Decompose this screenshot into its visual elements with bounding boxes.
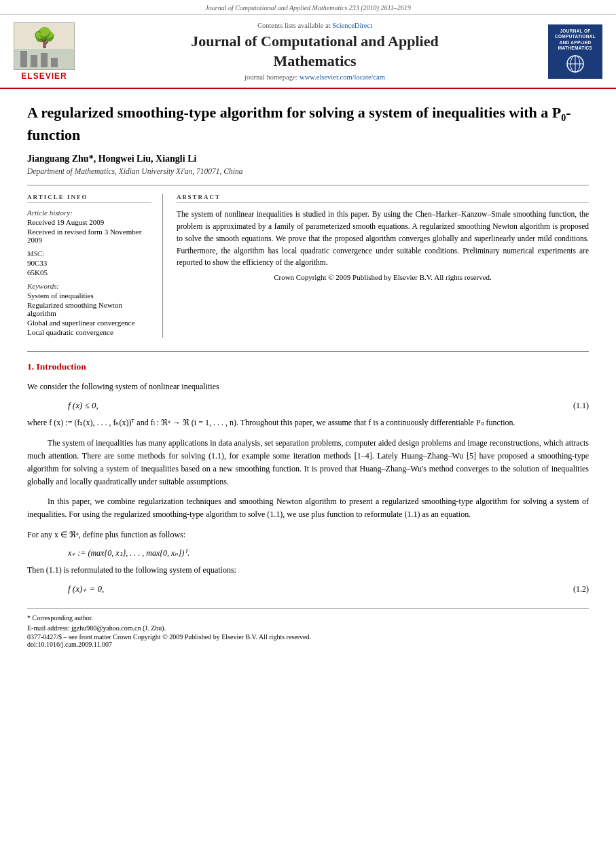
article-info-abstract-section: Article Info Article history: Received 1… <box>27 185 589 338</box>
issn-line: 0377-0427/$ – see front matter Crown Cop… <box>27 633 589 641</box>
eq2-content: f (x)₊ = 0, <box>68 584 104 594</box>
journal-logo-right: JOURNAL OFCOMPUTATIONALAND APPLIEDMATHEM… <box>548 24 602 79</box>
abstract-text: The system of nonlinear inequalities is … <box>177 209 589 269</box>
intro-heading: 1. Introduction <box>27 361 589 372</box>
received-revised-date: Received in revised form 3 November 2009 <box>27 228 151 244</box>
journal-homepage-line: journal homepage: www.elsevier.com/locat… <box>88 73 541 81</box>
then-text: Then (1.1) is reformulated to the follow… <box>27 564 589 577</box>
article-content: A regularized smoothing-type algorithm f… <box>0 89 616 662</box>
msc1: 90C33 <box>27 259 151 267</box>
eq2-number: (1.2) <box>573 584 589 594</box>
keyword-2: Regularized smoothing Newton algorithm <box>27 301 151 317</box>
email-address: jgzhu980@yahoo.com.cn <box>71 624 141 632</box>
elsevier-logo-image: 🌳 <box>14 22 75 70</box>
journal-citation-text: Journal of Computational and Applied Mat… <box>205 4 410 12</box>
authors: Jianguang Zhu*, Hongwei Liu, Xiangli Li <box>27 154 589 164</box>
journal-header: 🌳 ELSEVIER Contents lists available at S… <box>0 15 616 89</box>
abstract-heading: Abstract <box>177 194 589 203</box>
msc-label: MSC: <box>27 249 151 257</box>
article-info-column: Article Info Article history: Received 1… <box>27 194 163 338</box>
article-info-heading: Article Info <box>27 194 151 203</box>
svg-rect-0 <box>20 51 27 67</box>
keyword-1: System of inequalities <box>27 291 151 300</box>
abstract-column: Abstract The system of nonlinear inequal… <box>177 194 589 338</box>
page-wrapper: Journal of Computational and Applied Mat… <box>0 0 616 841</box>
introduction-section: 1. Introduction We consider the followin… <box>27 351 589 594</box>
logo-right-title: JOURNAL OFCOMPUTATIONALAND APPLIEDMATHEM… <box>555 29 596 52</box>
elsevier-brand: ELSEVIER <box>21 71 67 81</box>
footnote-area: * Corresponding author. E-mail address: … <box>27 608 589 648</box>
keyword-4: Local quadratic convergence <box>27 328 151 336</box>
msc2: 65K05 <box>27 268 151 276</box>
intro-para2: The system of inequalities has many appl… <box>27 437 589 489</box>
sciencedirect-link[interactable]: ScienceDirect <box>332 22 372 29</box>
eq1-content: f (x) ≤ 0, <box>68 400 98 411</box>
eq-definition: x₊ := (max{0, x₁}, . . . , max{0, xₙ})ᵀ. <box>68 548 589 558</box>
equation-1-1: f (x) ≤ 0, (1.1) <box>68 400 589 411</box>
for-any-text: For any x ∈ ℜⁿ, define plus function as … <box>27 529 589 541</box>
homepage-link[interactable]: www.elsevier.com/locate/cam <box>300 73 385 81</box>
equation-1-2: f (x)₊ = 0, (1.2) <box>68 584 589 594</box>
email-suffix: (J. Zhu). <box>143 624 166 632</box>
svg-rect-2 <box>41 53 48 67</box>
affiliation: Department of Mathematics, Xidian Univer… <box>27 167 589 175</box>
intro-para3: In this paper, we combine regularization… <box>27 495 589 521</box>
abstract-copyright: Crown Copyright © 2009 Published by Else… <box>177 273 589 281</box>
elsevier-logo: 🌳 ELSEVIER <box>7 22 81 81</box>
svg-rect-3 <box>51 58 58 67</box>
tree-icon: 🌳 <box>33 26 56 49</box>
received-date: Received 19 August 2009 <box>27 218 151 226</box>
sciencedirect-line: Contents lists available at ScienceDirec… <box>88 22 541 29</box>
journal-title: Journal of Computational and Applied Mat… <box>88 32 541 71</box>
journal-citation-bar: Journal of Computational and Applied Mat… <box>0 0 616 15</box>
keywords-label: Keywords: <box>27 282 151 290</box>
email-line: E-mail address: jgzhu980@yahoo.com.cn (J… <box>27 623 589 633</box>
svg-rect-1 <box>31 55 37 67</box>
keyword-3: Global and superlinear convergence <box>27 319 151 327</box>
journal-logo-graphic <box>562 54 589 74</box>
email-label: E-mail address: <box>27 624 69 632</box>
history-label: Article history: <box>27 209 151 217</box>
eq1-number: (1.1) <box>573 401 589 411</box>
doi-line: doi:10.1016/j.cam.2009.11.007 <box>27 641 589 648</box>
elsevier-figures-icon <box>17 50 71 69</box>
where-text: where f (x) := (f₁(x), . . . , fₙ(x))ᵀ a… <box>27 416 589 429</box>
intro-para1: We consider the following system of nonl… <box>27 380 589 393</box>
article-title: A regularized smoothing-type algorithm f… <box>27 103 589 145</box>
corresponding-author: * Corresponding author. <box>27 613 589 623</box>
journal-center: Contents lists available at ScienceDirec… <box>88 22 541 81</box>
